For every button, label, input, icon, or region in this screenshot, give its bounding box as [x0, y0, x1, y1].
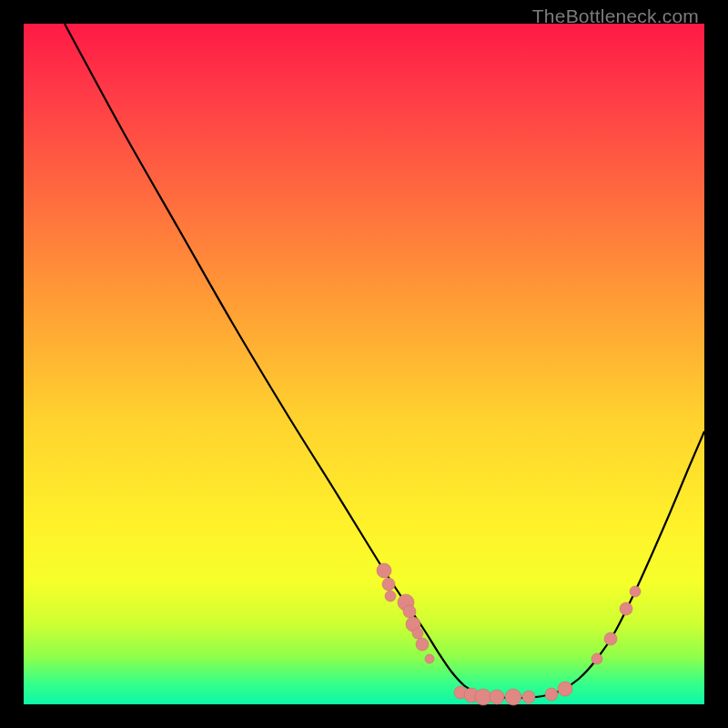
curve-marker: [522, 691, 535, 703]
curve-marker: [385, 591, 396, 602]
curve-marker: [475, 689, 491, 705]
curve-marker: [412, 628, 423, 639]
curve-marker: [604, 632, 617, 645]
chart-plot-area: [24, 24, 704, 704]
curve-marker: [558, 682, 572, 696]
curve-marker: [630, 586, 641, 597]
curve-marker: [490, 690, 504, 704]
curve-marker: [505, 689, 521, 705]
curve-marker: [416, 638, 429, 651]
curve-marker: [377, 563, 391, 578]
curve-marker: [403, 605, 416, 618]
curve-marker: [382, 578, 395, 591]
curve-marker: [425, 654, 434, 663]
curve-marker: [620, 602, 632, 615]
bottleneck-curve: [65, 24, 704, 698]
curve-marker: [592, 653, 602, 664]
chart-svg: [24, 24, 704, 704]
watermark-text: TheBottleneck.com: [532, 5, 699, 27]
curve-marker: [545, 688, 558, 701]
curve-markers: [377, 563, 641, 705]
